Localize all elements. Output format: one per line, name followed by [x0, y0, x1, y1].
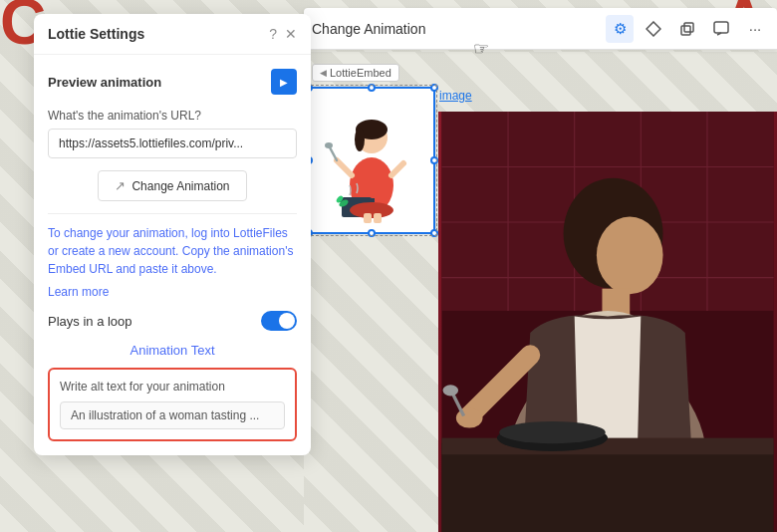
change-animation-label: Change Animation — [131, 179, 229, 193]
toolbar-title: Change Animation — [312, 21, 600, 37]
alt-text-prompt: Write alt text for your animation — [60, 380, 285, 394]
preview-play-button[interactable]: ▶ — [271, 69, 297, 95]
svg-point-39 — [499, 421, 606, 443]
alt-text-input[interactable] — [60, 401, 285, 429]
external-link-icon: ↗ — [115, 178, 126, 193]
svg-rect-3 — [714, 22, 728, 33]
svg-marker-0 — [647, 22, 660, 36]
loop-toggle[interactable] — [261, 311, 297, 331]
animation-text-label: Animation Text — [48, 343, 297, 358]
cursor: ☞ — [473, 38, 489, 60]
loop-row: Plays in a loop — [48, 311, 297, 331]
chef-photo-svg — [438, 112, 777, 532]
badge-label: LottieEmbed — [330, 67, 391, 79]
info-text: To change your animation, log into Lotti… — [48, 224, 297, 278]
chef-photo — [438, 112, 777, 532]
lottie-settings-panel: Lottie Settings ? ✕ Preview animation ▶ … — [34, 14, 311, 455]
canvas-selection-box — [306, 85, 437, 236]
divider-1 — [48, 213, 297, 214]
help-icon[interactable]: ? — [269, 26, 277, 42]
learn-more-link[interactable]: Learn more — [48, 285, 109, 299]
toolbar: Change Animation ⚙ ··· — [304, 8, 777, 50]
lottie-embed-badge[interactable]: LottieEmbed — [312, 64, 399, 82]
url-label: What's the animation's URL? — [48, 109, 297, 123]
copy-layout-icon[interactable] — [673, 15, 701, 43]
svg-rect-36 — [441, 443, 773, 532]
svg-point-30 — [597, 217, 663, 295]
panel-header-icons: ? ✕ — [269, 26, 297, 42]
preview-label: Preview animation — [48, 75, 161, 90]
alt-text-section: Write alt text for your animation — [48, 368, 297, 441]
more-options-icon[interactable]: ··· — [741, 15, 769, 43]
url-input[interactable] — [48, 129, 297, 158]
canvas-area: LottieEmbed — [304, 52, 777, 532]
preview-section: Preview animation ▶ — [48, 69, 297, 95]
comment-icon[interactable] — [707, 15, 735, 43]
play-icon: ▶ — [280, 77, 288, 88]
image-label[interactable]: image — [439, 89, 472, 103]
loop-label: Plays in a loop — [48, 314, 132, 329]
svg-rect-37 — [441, 438, 773, 455]
change-animation-button[interactable]: ↗ Change Animation — [98, 170, 246, 201]
svg-rect-2 — [684, 23, 693, 32]
svg-rect-1 — [681, 26, 690, 35]
svg-point-35 — [443, 385, 459, 396]
gear-icon[interactable]: ⚙ — [606, 15, 634, 43]
panel-title: Lottie Settings — [48, 26, 269, 42]
panel-body: Preview animation ▶ What's the animation… — [34, 55, 311, 455]
close-icon[interactable]: ✕ — [285, 26, 297, 42]
panel-header: Lottie Settings ? ✕ — [34, 14, 311, 55]
diamond-icon[interactable] — [640, 15, 667, 43]
